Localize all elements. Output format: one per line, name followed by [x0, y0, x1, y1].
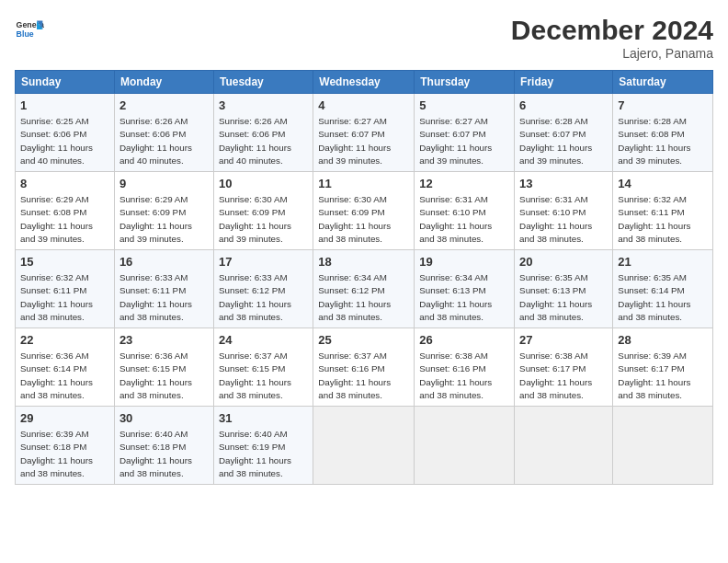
day-info: Sunrise: 6:34 AM Sunset: 6:12 PM Dayligh… — [318, 271, 409, 324]
day-number: 27 — [519, 332, 608, 349]
day-number: 3 — [219, 98, 308, 114]
day-info: Sunrise: 6:28 AM Sunset: 6:07 PM Dayligh… — [519, 115, 608, 167]
table-row: 10Sunrise: 6:30 AM Sunset: 6:09 PM Dayli… — [213, 172, 313, 250]
day-number: 1 — [20, 98, 109, 114]
col-thursday: Thursday — [415, 71, 515, 94]
day-number: 14 — [618, 176, 708, 192]
day-info: Sunrise: 6:34 AM Sunset: 6:13 PM Dayligh… — [419, 271, 509, 324]
table-row: 1Sunrise: 6:25 AM Sunset: 6:06 PM Daylig… — [16, 94, 115, 172]
day-info: Sunrise: 6:31 AM Sunset: 6:10 PM Dayligh… — [419, 193, 509, 246]
table-row: 6Sunrise: 6:28 AM Sunset: 6:07 PM Daylig… — [515, 94, 613, 172]
day-info: Sunrise: 6:29 AM Sunset: 6:09 PM Dayligh… — [119, 193, 209, 246]
day-number: 19 — [419, 254, 509, 270]
day-info: Sunrise: 6:30 AM Sunset: 6:09 PM Dayligh… — [219, 193, 308, 246]
col-monday: Monday — [114, 71, 213, 94]
table-row: 9Sunrise: 6:29 AM Sunset: 6:09 PM Daylig… — [114, 172, 213, 250]
table-row: 18Sunrise: 6:34 AM Sunset: 6:12 PM Dayli… — [313, 250, 415, 328]
table-row: 13Sunrise: 6:31 AM Sunset: 6:10 PM Dayli… — [515, 172, 613, 250]
day-info: Sunrise: 6:33 AM Sunset: 6:11 PM Dayligh… — [119, 271, 209, 324]
day-info: Sunrise: 6:25 AM Sunset: 6:06 PM Dayligh… — [20, 115, 109, 167]
day-info: Sunrise: 6:37 AM Sunset: 6:15 PM Dayligh… — [219, 350, 308, 402]
calendar-table: Sunday Monday Tuesday Wednesday Thursday… — [15, 70, 713, 485]
day-number: 28 — [618, 332, 708, 349]
day-number: 8 — [20, 176, 109, 192]
day-number: 23 — [119, 332, 209, 349]
logo: General Blue — [15, 15, 44, 44]
table-row: 29Sunrise: 6:39 AM Sunset: 6:18 PM Dayli… — [16, 407, 115, 485]
day-info: Sunrise: 6:36 AM Sunset: 6:14 PM Dayligh… — [20, 350, 109, 402]
day-number: 4 — [318, 98, 409, 114]
day-info: Sunrise: 6:32 AM Sunset: 6:11 PM Dayligh… — [618, 193, 708, 246]
table-row: 22Sunrise: 6:36 AM Sunset: 6:14 PM Dayli… — [16, 328, 115, 407]
table-row: 25Sunrise: 6:37 AM Sunset: 6:16 PM Dayli… — [313, 328, 415, 407]
table-row: 28Sunrise: 6:39 AM Sunset: 6:17 PM Dayli… — [613, 328, 713, 407]
day-info: Sunrise: 6:26 AM Sunset: 6:06 PM Dayligh… — [219, 115, 308, 167]
table-row: 5Sunrise: 6:27 AM Sunset: 6:07 PM Daylig… — [415, 94, 515, 172]
logo-icon: General Blue — [15, 15, 44, 44]
day-number: 24 — [219, 332, 308, 349]
table-row: 26Sunrise: 6:38 AM Sunset: 6:16 PM Dayli… — [415, 328, 515, 407]
table-row: 27Sunrise: 6:38 AM Sunset: 6:17 PM Dayli… — [515, 328, 613, 407]
day-info: Sunrise: 6:27 AM Sunset: 6:07 PM Dayligh… — [419, 115, 509, 167]
day-info: Sunrise: 6:38 AM Sunset: 6:17 PM Dayligh… — [519, 350, 608, 402]
table-row: 14Sunrise: 6:32 AM Sunset: 6:11 PM Dayli… — [613, 172, 713, 250]
col-tuesday: Tuesday — [213, 71, 313, 94]
table-row: 16Sunrise: 6:33 AM Sunset: 6:11 PM Dayli… — [114, 250, 213, 328]
day-number: 16 — [119, 254, 209, 270]
col-wednesday: Wednesday — [313, 71, 415, 94]
day-info: Sunrise: 6:39 AM Sunset: 6:18 PM Dayligh… — [20, 428, 109, 480]
col-friday: Friday — [515, 71, 613, 94]
table-row: 24Sunrise: 6:37 AM Sunset: 6:15 PM Dayli… — [213, 328, 313, 407]
table-row: 23Sunrise: 6:36 AM Sunset: 6:15 PM Dayli… — [114, 328, 213, 407]
day-number: 20 — [519, 254, 608, 270]
table-row: 12Sunrise: 6:31 AM Sunset: 6:10 PM Dayli… — [415, 172, 515, 250]
table-row — [613, 407, 713, 485]
table-row: 17Sunrise: 6:33 AM Sunset: 6:12 PM Dayli… — [213, 250, 313, 328]
day-info: Sunrise: 6:36 AM Sunset: 6:15 PM Dayligh… — [119, 350, 209, 402]
day-info: Sunrise: 6:30 AM Sunset: 6:09 PM Dayligh… — [318, 193, 409, 246]
day-number: 2 — [119, 98, 209, 114]
day-number: 9 — [119, 176, 209, 192]
month-title: December 2024 — [511, 15, 713, 46]
day-info: Sunrise: 6:40 AM Sunset: 6:19 PM Dayligh… — [219, 428, 308, 480]
table-row — [415, 407, 515, 485]
day-number: 31 — [219, 410, 308, 427]
table-row — [313, 407, 415, 485]
day-number: 18 — [318, 254, 409, 270]
day-number: 30 — [119, 410, 209, 427]
table-row: 20Sunrise: 6:35 AM Sunset: 6:13 PM Dayli… — [515, 250, 613, 328]
table-row: 2Sunrise: 6:26 AM Sunset: 6:06 PM Daylig… — [114, 94, 213, 172]
day-info: Sunrise: 6:31 AM Sunset: 6:10 PM Dayligh… — [519, 193, 608, 246]
table-row: 8Sunrise: 6:29 AM Sunset: 6:08 PM Daylig… — [16, 172, 115, 250]
day-number: 22 — [20, 332, 109, 349]
col-sunday: Sunday — [16, 71, 115, 94]
title-block: December 2024 Lajero, Panama — [511, 15, 713, 61]
day-number: 26 — [419, 332, 509, 349]
table-row — [515, 407, 613, 485]
table-row: 15Sunrise: 6:32 AM Sunset: 6:11 PM Dayli… — [16, 250, 115, 328]
table-row: 3Sunrise: 6:26 AM Sunset: 6:06 PM Daylig… — [213, 94, 313, 172]
day-info: Sunrise: 6:35 AM Sunset: 6:13 PM Dayligh… — [519, 271, 608, 324]
day-info: Sunrise: 6:28 AM Sunset: 6:08 PM Dayligh… — [618, 115, 708, 167]
table-row: 31Sunrise: 6:40 AM Sunset: 6:19 PM Dayli… — [213, 407, 313, 485]
table-row: 11Sunrise: 6:30 AM Sunset: 6:09 PM Dayli… — [313, 172, 415, 250]
day-info: Sunrise: 6:26 AM Sunset: 6:06 PM Dayligh… — [119, 115, 209, 167]
svg-text:Blue: Blue — [17, 29, 34, 39]
header: General Blue December 2024 Lajero, Panam… — [15, 15, 713, 61]
day-number: 5 — [419, 98, 509, 114]
day-info: Sunrise: 6:29 AM Sunset: 6:08 PM Dayligh… — [20, 193, 109, 246]
day-info: Sunrise: 6:40 AM Sunset: 6:18 PM Dayligh… — [119, 428, 209, 480]
table-row: 7Sunrise: 6:28 AM Sunset: 6:08 PM Daylig… — [613, 94, 713, 172]
table-row: 21Sunrise: 6:35 AM Sunset: 6:14 PM Dayli… — [613, 250, 713, 328]
day-number: 15 — [20, 254, 109, 270]
day-number: 13 — [519, 176, 608, 192]
day-number: 29 — [20, 410, 109, 427]
day-info: Sunrise: 6:39 AM Sunset: 6:17 PM Dayligh… — [618, 350, 708, 402]
table-row: 4Sunrise: 6:27 AM Sunset: 6:07 PM Daylig… — [313, 94, 415, 172]
day-number: 10 — [219, 176, 308, 192]
day-number: 7 — [618, 98, 708, 114]
day-number: 6 — [519, 98, 608, 114]
page: General Blue December 2024 Lajero, Panam… — [0, 0, 728, 563]
day-info: Sunrise: 6:27 AM Sunset: 6:07 PM Dayligh… — [318, 115, 409, 167]
day-number: 21 — [618, 254, 708, 270]
